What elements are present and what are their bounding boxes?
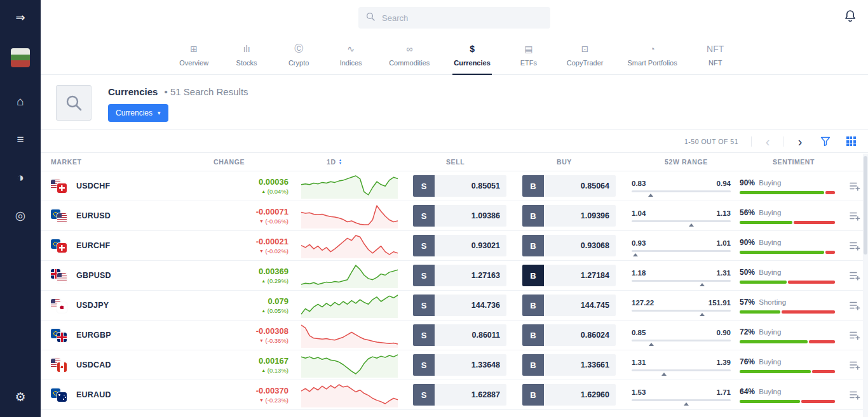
buy-button[interactable]: B	[522, 205, 544, 227]
add-to-watchlist-icon[interactable]	[850, 361, 860, 370]
add-to-watchlist-icon[interactable]	[850, 390, 860, 400]
sell-price[interactable]: 0.85051	[435, 175, 506, 197]
filter-button[interactable]	[816, 134, 835, 149]
tab-etfs[interactable]: ▤ETFs	[512, 36, 545, 74]
buy-price[interactable]: 1.62960	[545, 384, 616, 406]
sell-price[interactable]: 0.93021	[435, 235, 506, 256]
sidebar-item-watchlist[interactable]: ≡	[17, 133, 24, 146]
tab-nft[interactable]: NFTNFT	[699, 36, 732, 74]
overview-grid-icon: ⊞	[190, 44, 198, 55]
add-to-watchlist-icon[interactable]	[850, 241, 860, 251]
column-header-1d[interactable]: 1D▲▼	[299, 158, 413, 166]
table-row[interactable]: USDJPY 0.079 ▲ (0.05%) S 144.736 B 144.7…	[41, 291, 868, 321]
buy-price[interactable]: 1.33661	[545, 354, 616, 376]
buy-button[interactable]: B	[522, 384, 544, 406]
sell-button[interactable]: S	[413, 354, 435, 376]
range-track	[632, 250, 731, 252]
sell-button[interactable]: S	[413, 324, 435, 346]
sell-button[interactable]: S	[413, 235, 435, 256]
market-cell[interactable]: USDCAD	[51, 358, 214, 372]
sell-button[interactable]: S	[413, 384, 435, 406]
buy-button[interactable]: B	[522, 175, 544, 197]
sell-price[interactable]: 0.86011	[435, 324, 506, 346]
table-row[interactable]: GBPUSD 0.00369 ▲ (0.29%) S 1.27163 B 1.2…	[41, 261, 868, 291]
scrollbar-thumb[interactable]	[864, 156, 867, 255]
table-row[interactable]: EURUSD -0.00071 ▼ (-0.06%) S 1.09386 B 1…	[41, 201, 868, 231]
buy-button[interactable]: B	[522, 354, 544, 376]
global-search[interactable]	[358, 7, 550, 29]
flag-pair-icon	[51, 268, 68, 282]
sell-price[interactable]: 1.33648	[435, 354, 506, 376]
tab-currencies[interactable]: $Currencies	[451, 36, 492, 74]
add-to-watchlist-icon[interactable]	[850, 211, 860, 221]
avatar[interactable]	[11, 48, 30, 67]
tab-copytrader[interactable]: ⊡CopyTrader	[564, 36, 606, 74]
tab-crypto[interactable]: ⒸCrypto	[282, 36, 315, 74]
prev-page-button[interactable]: ‹	[758, 134, 777, 149]
settings-button[interactable]: ⚙	[15, 390, 25, 404]
buy-price[interactable]: 1.09396	[545, 205, 616, 227]
tab-smart-portfolios[interactable]: ◔Smart Portfolios	[625, 36, 679, 74]
indices-chart-icon: ∿	[347, 44, 355, 55]
sentiment-percent: 64%	[740, 387, 755, 396]
buy-button[interactable]: B	[522, 295, 544, 316]
sell-button[interactable]: S	[413, 295, 435, 316]
buy-button[interactable]: B	[522, 235, 544, 256]
sell-button[interactable]: S	[413, 175, 435, 197]
table-row[interactable]: USDCHF 0.00036 ▲ (0.04%) S 0.85051 B 0.8…	[41, 171, 868, 201]
sell-button[interactable]: S	[413, 265, 435, 286]
notifications-bell-icon[interactable]	[844, 10, 857, 26]
market-cell[interactable]: EURUSD	[51, 209, 214, 223]
table-row[interactable]: EURCHF -0.00021 ▼ (-0.02%) S 0.93021 B 0…	[41, 231, 868, 261]
change-percent: (0.04%)	[268, 188, 288, 195]
market-cell[interactable]: USDJPY	[51, 298, 214, 312]
buy-price[interactable]: 0.85064	[545, 175, 616, 197]
market-cell[interactable]: GBPUSD	[51, 268, 214, 282]
sell-price[interactable]: 1.09386	[435, 205, 506, 227]
table-row[interactable]: USDCAD 0.00167 ▲ (0.13%) S 1.33648 B 1.3…	[41, 350, 868, 380]
change-cell: -0.00308 ▼ (-0.36%)	[214, 326, 299, 344]
flag-pair-icon	[51, 179, 68, 193]
sell-price[interactable]: 1.62887	[435, 384, 506, 406]
search-input[interactable]	[381, 13, 543, 23]
buy-price[interactable]: 0.86024	[545, 324, 616, 346]
sidebar-item-discover[interactable]: ◎	[15, 209, 26, 222]
sell-price[interactable]: 144.736	[435, 295, 506, 316]
add-to-watchlist-icon[interactable]	[850, 271, 860, 281]
market-cell[interactable]: EURAUD	[51, 388, 214, 402]
sidebar-expand-button[interactable]: ⇒	[15, 10, 25, 25]
search-results-icon	[56, 85, 92, 121]
tab-commodities[interactable]: ∞Commodities	[386, 36, 432, 74]
sentiment-percent: 90%	[740, 238, 755, 247]
buy-button[interactable]: B	[522, 265, 544, 286]
sidebar-item-home[interactable]: ⌂	[17, 95, 24, 108]
sidebar-item-portfolio[interactable]: ◑	[17, 171, 24, 184]
category-filter-button[interactable]: Currencies ▾	[108, 104, 168, 122]
add-to-watchlist-icon[interactable]	[850, 182, 860, 191]
buy-price[interactable]: 144.745	[545, 295, 616, 316]
tab-indices[interactable]: ∿Indices	[334, 36, 367, 74]
range-low: 1.31	[632, 359, 646, 366]
range-track	[632, 399, 731, 401]
next-page-button[interactable]: ›	[790, 134, 810, 149]
add-to-watchlist-icon[interactable]	[850, 331, 860, 340]
market-cell[interactable]: USDCHF	[51, 179, 214, 193]
buy-price[interactable]: 1.27184	[545, 265, 616, 286]
stocks-bars-icon: ılı	[243, 44, 250, 55]
table-row[interactable]: EURAUD -0.00370 ▼ (-0.23%) S 1.62887 B 1…	[41, 380, 868, 410]
change-direction-icon: ▲	[261, 368, 266, 373]
sort-icon[interactable]: ▲▼	[339, 159, 342, 165]
market-cell[interactable]: EURGBP	[51, 328, 214, 342]
tab-stocks[interactable]: ılıStocks	[230, 36, 263, 74]
add-to-watchlist-icon[interactable]	[850, 301, 860, 310]
sell-price[interactable]: 1.27163	[435, 265, 506, 286]
grid-view-button[interactable]	[841, 134, 860, 149]
range-cell: 0.93 1.01	[632, 239, 740, 252]
scrollbar[interactable]	[863, 154, 868, 417]
tab-overview[interactable]: ⊞Overview	[177, 36, 211, 74]
table-row[interactable]: EURGBP -0.00308 ▼ (-0.36%) S 0.86011 B 0…	[41, 321, 868, 350]
buy-button[interactable]: B	[522, 324, 544, 346]
buy-price[interactable]: 0.93068	[545, 235, 616, 256]
market-cell[interactable]: EURCHF	[51, 239, 214, 253]
sell-button[interactable]: S	[413, 205, 435, 227]
